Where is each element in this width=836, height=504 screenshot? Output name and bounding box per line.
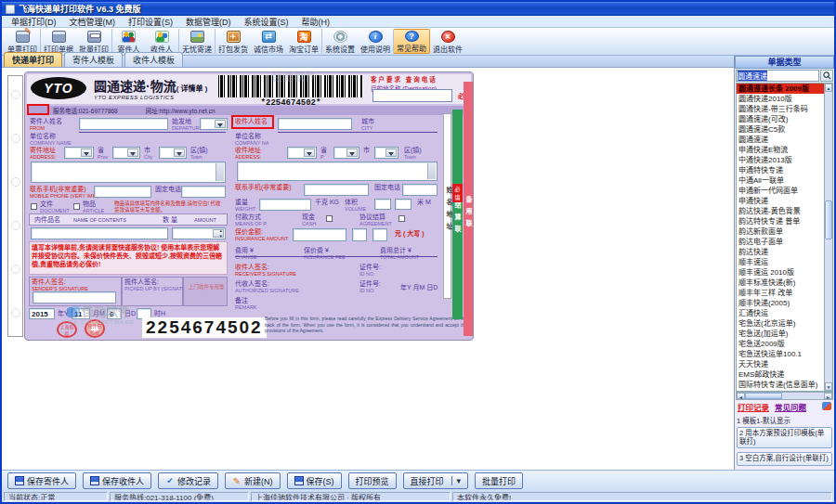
bottom-button[interactable]: 打印预览	[348, 472, 397, 489]
date-day-input[interactable]: 6	[107, 308, 122, 319]
tab[interactable]: 收件人模板	[124, 52, 183, 67]
menu-item[interactable]: 帮助(H)	[302, 16, 331, 28]
receiver-address-textarea[interactable]	[237, 162, 438, 181]
receiver-mobile-input[interactable]	[304, 184, 369, 196]
toolbar-button[interactable]: i 使用说明	[358, 29, 393, 54]
template-list-item[interactable]: 圆通速递C5款	[737, 124, 824, 135]
cash-checkbox[interactable]	[326, 215, 333, 222]
template-list-item[interactable]: 顺丰标准快递(新)	[737, 278, 824, 288]
toolbar-button[interactable]: ? 常见帮助	[393, 29, 430, 54]
template-list-item[interactable]: 圆通速递(可改)	[737, 114, 824, 124]
toolbar-button[interactable]: × 退出软件	[430, 29, 465, 54]
scroll-up-arrow[interactable]: ▲	[825, 84, 832, 92]
scroll-right-arrow[interactable]: ►	[824, 393, 832, 399]
template-list-item[interactable]: 汇通快运	[737, 308, 824, 318]
date-month-input[interactable]: 11	[72, 308, 90, 319]
toolbar-button[interactable]: 系统设置	[321, 29, 358, 54]
option-button-2[interactable]: 2 用本方案预设打印模板(单联打)	[737, 427, 832, 448]
template-list-item[interactable]: 申通快递	[737, 196, 824, 206]
template-list-item[interactable]: 申通特快专递	[737, 165, 824, 175]
vscroll-thumb[interactable]	[825, 200, 832, 239]
sender-city-select[interactable]	[112, 147, 140, 159]
destination-input[interactable]	[372, 89, 452, 102]
origin-select[interactable]	[200, 118, 228, 130]
date-year-input[interactable]: 2015	[29, 308, 55, 319]
bottom-button[interactable]: 批量打印	[475, 472, 523, 489]
template-list-vscrollbar[interactable]: ▲ ▼	[824, 84, 832, 391]
toolbar-button[interactable]: 收件人	[145, 29, 178, 54]
toolbar-button[interactable]: 打印单据	[40, 29, 76, 54]
sender-tel-input[interactable]	[181, 186, 226, 198]
option-line-1[interactable]: 1 模板1-默认显示	[737, 414, 832, 427]
tab[interactable]: 寄件人模板	[64, 52, 123, 67]
bottom-button[interactable]: 新建(N)	[225, 472, 281, 489]
template-list-item[interactable]: 韵达快递	[737, 247, 824, 257]
bottom-button[interactable]: 保存收件人	[83, 472, 151, 489]
dim-input-1[interactable]	[374, 199, 391, 210]
bottom-button[interactable]: 直接打印	[403, 472, 469, 489]
receiver-tel-input[interactable]	[402, 184, 438, 196]
template-list-item[interactable]: 韵达特快专递 普单	[737, 216, 824, 226]
template-list-item[interactable]: 中通All一联单	[737, 175, 824, 186]
agreement-checkbox[interactable]	[398, 215, 405, 222]
template-list-item[interactable]: 宅急送(加运单)	[737, 329, 824, 339]
toolbar-button[interactable]: 诚信市场	[251, 29, 286, 54]
toolbar-button[interactable]: 无忧寄递	[178, 29, 215, 54]
amount-spinner[interactable]	[172, 227, 226, 239]
insurance-input-1[interactable]	[293, 228, 346, 241]
template-list-item[interactable]: 圆通速递	[737, 135, 824, 145]
template-list-item[interactable]: 中通快递2013版	[737, 155, 824, 165]
menu-item[interactable]: 系统设置(S)	[244, 16, 289, 28]
template-list-item[interactable]: 韵达新款面单	[737, 226, 824, 237]
template-list-item[interactable]: 申通快递E物流	[737, 145, 824, 155]
receiver-city-select[interactable]	[333, 147, 359, 159]
template-list-item[interactable]: 申通新一代网面单	[737, 186, 824, 196]
template-list-item[interactable]: 韵达快递-黄色背景	[737, 206, 824, 216]
search-button[interactable]	[820, 70, 833, 82]
document-checkbox[interactable]	[31, 203, 37, 210]
toolbar-button[interactable]: 单票打印	[5, 29, 40, 54]
template-list-item[interactable]: 圆通速递长条 2009版	[737, 84, 824, 94]
template-list-item[interactable]: 韵达电子面单	[737, 237, 824, 247]
template-list-item[interactable]: 天天快递	[737, 359, 824, 369]
contents-input[interactable]	[31, 227, 168, 239]
dim-input-2[interactable]	[395, 199, 411, 210]
template-list-item[interactable]: 宅急送(北京运单)	[737, 318, 824, 329]
scroll-down-arrow[interactable]: ▼	[825, 382, 832, 391]
receiver-name-input[interactable]	[278, 118, 352, 130]
menu-item[interactable]: 文档管理(M)	[70, 16, 116, 28]
faq-link[interactable]: 常见问题	[775, 401, 806, 412]
menu-item[interactable]: 打印设置(S)	[128, 16, 173, 28]
toolbar-button[interactable]: 批量打印	[76, 29, 111, 54]
template-list-item[interactable]: 顺丰速运 2010版	[737, 267, 824, 278]
toolbar-button[interactable]: 寄件人	[111, 29, 145, 54]
scroll-left-arrow[interactable]: ◄	[737, 393, 745, 399]
weight-input[interactable]	[259, 199, 311, 211]
template-list-item[interactable]: 顺丰速运	[737, 257, 824, 267]
template-list-item[interactable]: EMS邮政快递	[737, 369, 824, 380]
template-list-hscrollbar[interactable]: ◄ ►	[736, 392, 833, 400]
template-list-item[interactable]: 圆通快递-带三行条码	[737, 104, 824, 114]
option-button-3[interactable]: 3 空白方案,自行设计(单联打)	[737, 452, 832, 466]
insurance-input-2[interactable]	[352, 228, 367, 241]
sender-mobile-input[interactable]	[94, 186, 151, 198]
bottom-button[interactable]: 修改记录	[158, 472, 218, 489]
template-list-item[interactable]: 宅急送2009版	[737, 339, 824, 349]
sender-town-select[interactable]	[159, 147, 187, 159]
template-list-item[interactable]: 国际特快专递(信息面单)	[737, 380, 824, 390]
receiver-town-select[interactable]	[374, 147, 398, 159]
template-list-item[interactable]: 顺丰年三样 改单	[737, 288, 824, 298]
sender-address-textarea[interactable]	[31, 162, 226, 183]
design-canvas[interactable]: 佳驰软件 佳驰软件 JIA CHI SOFTWARE YTO 圆通速递·物流( …	[2, 68, 738, 473]
receiver-province-select[interactable]	[287, 147, 317, 159]
hscroll-thumb[interactable]	[745, 393, 782, 399]
menu-item[interactable]: 单据打印(D)	[11, 16, 57, 28]
template-list-item[interactable]: 顺丰快递(2005)	[737, 298, 824, 308]
print-history-link[interactable]: 打印记录	[738, 401, 769, 412]
sender-name-input[interactable]	[79, 118, 168, 130]
menu-item[interactable]: 数据管理(D)	[186, 16, 231, 28]
toolbar-button[interactable]: 打包发货	[215, 29, 251, 54]
toolbar-button[interactable]: 淘 淘宝订单	[286, 29, 321, 54]
tab[interactable]: 快递单打印	[4, 52, 62, 67]
template-search-input[interactable]: 圆通速递	[736, 70, 819, 82]
